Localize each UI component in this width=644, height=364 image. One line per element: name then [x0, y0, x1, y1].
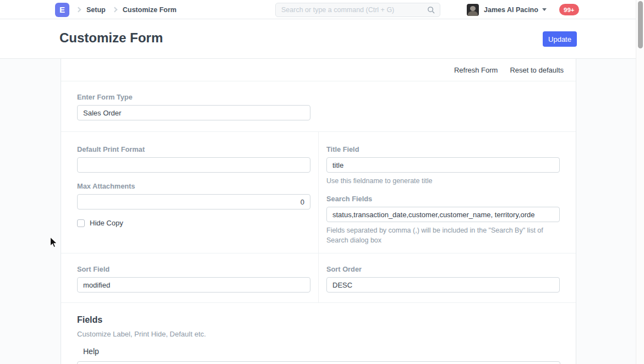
breadcrumb-setup[interactable]: Setup — [86, 6, 106, 14]
breadcrumb: E Setup Customize Form — [55, 0, 177, 19]
navbar: E Setup Customize Form James Al Pacino 9… — [0, 0, 644, 19]
section-form-type: Enter Form Type — [61, 81, 576, 132]
fields-section-description: Customize Label, Print Hide, Default etc… — [77, 330, 560, 338]
title-field-label: Title Field — [326, 145, 560, 153]
sort-order-label: Sort Order — [326, 265, 560, 273]
notification-badge[interactable]: 99+ — [559, 4, 579, 15]
hide-copy-label: Hide Copy — [90, 219, 123, 227]
update-button[interactable]: Update — [543, 31, 577, 47]
search-fields-help: Fields separated by comma (,) will be in… — [326, 225, 560, 245]
sort-field-label: Sort Field — [77, 265, 310, 273]
fields-section-title: Fields — [77, 315, 560, 325]
chevron-right-icon — [112, 7, 117, 13]
column-right: Title Field Use this fieldname to genera… — [319, 132, 576, 253]
chevron-down-icon — [542, 8, 547, 11]
sort-order-input[interactable] — [326, 277, 560, 293]
app-logo[interactable]: E — [55, 3, 69, 17]
chevron-right-icon — [76, 7, 81, 13]
form-type-input[interactable] — [77, 105, 310, 120]
help-label[interactable]: Help — [83, 347, 560, 356]
default-print-format-input[interactable] — [77, 157, 310, 173]
search-fields-input[interactable] — [326, 207, 560, 222]
help-panel — [77, 361, 560, 364]
default-print-format-label: Default Print Format — [77, 145, 310, 153]
column-left: Default Print Format Max Attachments Hid… — [61, 132, 319, 253]
title-field-input[interactable] — [326, 157, 560, 173]
page-body: Refresh Form Reset to defaults Enter For… — [0, 59, 636, 364]
avatar — [467, 4, 479, 16]
section-sorting: Sort Field Sort Order — [61, 253, 576, 303]
sort-field-input[interactable] — [77, 277, 310, 293]
column-right: Sort Order — [319, 253, 576, 302]
page-title: Customize Form — [59, 30, 163, 46]
breadcrumb-current[interactable]: Customize Form — [123, 6, 177, 14]
section-properties: Default Print Format Max Attachments Hid… — [61, 132, 576, 253]
hide-copy-checkbox[interactable] — [77, 219, 85, 227]
refresh-form-link[interactable]: Refresh Form — [454, 66, 498, 74]
search-icon[interactable] — [427, 6, 435, 14]
column-left: Sort Field — [61, 253, 319, 302]
title-field-help: Use this fieldname to generate title — [326, 176, 560, 186]
form-container: Refresh Form Reset to defaults Enter For… — [61, 59, 576, 364]
hide-copy-row[interactable]: Hide Copy — [77, 219, 310, 227]
max-attachments-label: Max Attachments — [77, 182, 310, 190]
scrollbar-track[interactable] — [636, 0, 644, 364]
search-fields-label: Search Fields — [326, 195, 560, 203]
section-fields: Fields Customize Label, Print Hide, Defa… — [61, 303, 576, 364]
form-type-label: Enter Form Type — [77, 93, 576, 101]
user-name: James Al Pacino — [484, 6, 538, 14]
search-input[interactable] — [281, 6, 427, 14]
user-menu[interactable]: James Al Pacino — [467, 0, 547, 19]
reset-to-defaults-link[interactable]: Reset to defaults — [510, 66, 564, 74]
form-toolbar: Refresh Form Reset to defaults — [61, 59, 576, 81]
global-search — [275, 3, 440, 17]
page-head: Customize Form Update — [0, 19, 644, 59]
max-attachments-input[interactable] — [77, 194, 310, 209]
scrollbar-thumb[interactable] — [638, 1, 643, 48]
